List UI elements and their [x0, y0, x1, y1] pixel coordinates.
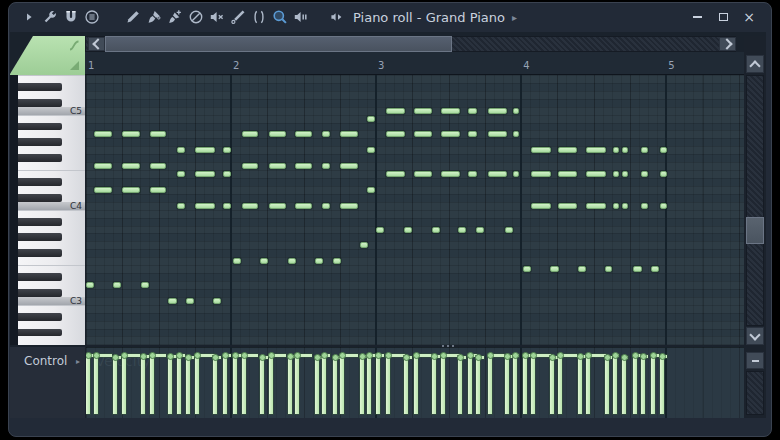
note-F4[interactable] — [269, 163, 286, 169]
note-F3[interactable] — [260, 258, 268, 264]
velocity-handle[interactable] — [287, 353, 294, 360]
control-selector[interactable]: Control — [24, 354, 67, 368]
control-scrollbar-track[interactable] — [746, 371, 764, 415]
note-G4[interactable] — [586, 147, 606, 153]
note-A4[interactable] — [150, 131, 166, 137]
velocity-handle[interactable] — [332, 354, 339, 361]
velocity-bar[interactable] — [622, 356, 626, 414]
velocity-handle[interactable] — [431, 353, 438, 360]
scroll-right-button[interactable] — [719, 37, 736, 51]
piano-key-black-As4[interactable] — [18, 123, 62, 131]
note-B4[interactable] — [367, 116, 375, 122]
piano-key-black-Cs4[interactable] — [18, 194, 62, 202]
velocity-handle[interactable] — [86, 352, 92, 359]
note-E3[interactable] — [550, 266, 559, 272]
velocity-bar[interactable] — [177, 354, 181, 414]
mute-tool[interactable] — [206, 5, 227, 29]
velocity-bar[interactable] — [578, 355, 582, 414]
slice-tool[interactable] — [227, 5, 248, 29]
velocity-bar[interactable] — [260, 356, 264, 414]
note-F3[interactable] — [315, 258, 323, 264]
note-E4[interactable] — [441, 171, 460, 177]
note-A4[interactable] — [269, 131, 286, 137]
note-A4[interactable] — [322, 131, 330, 137]
vertical-scrollbar-track[interactable] — [746, 75, 764, 326]
note-E4[interactable] — [468, 171, 477, 177]
note-E3[interactable] — [605, 266, 612, 272]
velocity-bar[interactable] — [186, 356, 190, 414]
note-E4[interactable] — [622, 171, 628, 177]
note-F3[interactable] — [233, 258, 241, 264]
velocity-bar[interactable] — [458, 356, 462, 414]
note-A4[interactable] — [295, 131, 312, 137]
note-C4[interactable] — [340, 203, 358, 209]
velocity-handle[interactable] — [640, 353, 647, 360]
timeline-ruler[interactable]: 12345 — [85, 52, 744, 75]
note-C4[interactable] — [586, 203, 606, 209]
velocity-handle[interactable] — [167, 353, 174, 360]
control-caret-icon[interactable]: ▸ — [76, 357, 80, 366]
piano-keyboard[interactable]: C5C4C3 — [18, 75, 85, 345]
velocity-bar[interactable] — [488, 354, 492, 414]
note-G4[interactable] — [195, 147, 215, 153]
velocity-bar[interactable] — [94, 354, 98, 414]
maximize-button[interactable] — [716, 10, 730, 24]
title-caret-icon[interactable]: ▸ — [512, 12, 517, 23]
note-D3[interactable] — [141, 282, 149, 288]
note-C4[interactable] — [295, 203, 312, 209]
velocity-handle[interactable] — [659, 353, 666, 360]
velocity-bar[interactable] — [386, 354, 390, 414]
note-C4[interactable] — [531, 203, 551, 209]
piano-key-black-Ds3[interactable] — [18, 273, 62, 281]
note-C4[interactable] — [613, 203, 619, 209]
note-C3[interactable] — [213, 298, 221, 304]
vertical-scrollbar-thumb[interactable] — [746, 217, 764, 244]
note-F4[interactable] — [150, 163, 166, 169]
note-E3[interactable] — [578, 266, 586, 272]
pencil-tool[interactable] — [122, 5, 143, 29]
note-E3[interactable] — [633, 266, 642, 272]
velocity-handle[interactable] — [475, 354, 482, 361]
note-E4[interactable] — [223, 171, 231, 177]
note-E4[interactable] — [414, 171, 432, 177]
note-E4[interactable] — [586, 171, 606, 177]
note-G4[interactable] — [660, 147, 667, 153]
scroll-down-button[interactable] — [746, 327, 764, 345]
velocity-bar[interactable] — [367, 354, 371, 414]
note-A4[interactable] — [242, 131, 258, 137]
note-G4[interactable] — [641, 147, 648, 153]
note-grid[interactable] — [86, 75, 745, 345]
note-D4[interactable] — [94, 187, 112, 193]
velocity-bar[interactable] — [195, 354, 199, 414]
velocity-bar[interactable] — [586, 354, 590, 414]
velocity-bar[interactable] — [651, 354, 655, 414]
note-D4[interactable] — [122, 187, 140, 193]
velocity-bar[interactable] — [122, 354, 126, 414]
note-C4[interactable] — [660, 203, 667, 209]
note-C4[interactable] — [558, 203, 577, 209]
note-A3[interactable] — [376, 227, 384, 233]
control-collapse-button[interactable] — [746, 352, 764, 369]
velocity-bar[interactable] — [86, 354, 90, 414]
piano-key-black-As2[interactable] — [18, 313, 62, 321]
velocity-bar[interactable] — [523, 354, 527, 414]
select-tool[interactable] — [248, 5, 269, 29]
note-G4[interactable] — [177, 147, 185, 153]
velocity-handle[interactable] — [440, 352, 447, 359]
note-E4[interactable] — [488, 171, 507, 177]
piano-key-black-Cs3[interactable] — [18, 289, 62, 297]
note-A3[interactable] — [476, 227, 484, 233]
minimize-button[interactable] — [690, 10, 704, 24]
velocity-handle[interactable] — [314, 354, 321, 361]
velocity-bar[interactable] — [340, 354, 344, 414]
velocity-handle[interactable] — [457, 354, 464, 361]
velocity-handle[interactable] — [621, 354, 628, 361]
note-A4[interactable] — [340, 131, 358, 137]
piano-key-black-Fs4[interactable] — [18, 154, 62, 162]
velocity-handle[interactable] — [212, 354, 219, 361]
titlebar[interactable]: Piano roll - Grand Piano ▸ × — [10, 3, 766, 31]
velocity-bar[interactable] — [315, 356, 319, 414]
velocity-handle[interactable] — [241, 352, 248, 359]
note-A3[interactable] — [458, 227, 466, 233]
note-E4[interactable] — [195, 171, 215, 177]
